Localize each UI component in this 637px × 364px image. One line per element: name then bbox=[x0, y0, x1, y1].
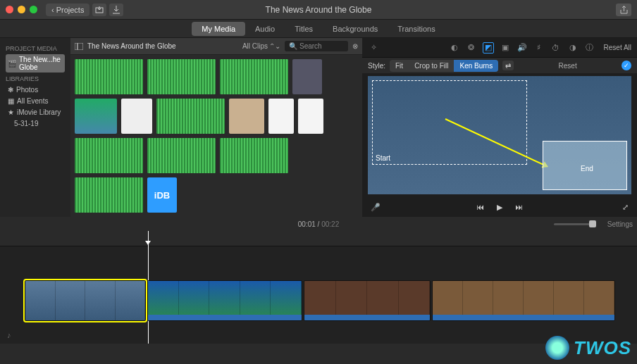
fullscreen-icon[interactable]: ⤢ bbox=[622, 203, 629, 212]
timeline-clip[interactable] bbox=[147, 280, 302, 321]
sidebar-library-label: iMovie Library bbox=[17, 108, 61, 116]
clip-thumbnail[interactable] bbox=[298, 99, 323, 134]
timeline-clip[interactable] bbox=[432, 280, 615, 321]
color-correction-icon[interactable]: ❂ bbox=[466, 42, 477, 54]
reset-all-button[interactable]: Reset All bbox=[604, 44, 631, 51]
share-button[interactable] bbox=[616, 4, 631, 16]
tab-my-media[interactable]: My Media bbox=[192, 22, 245, 36]
download-button[interactable] bbox=[109, 4, 123, 16]
video-track bbox=[25, 280, 637, 322]
clip-thumbnail[interactable] bbox=[121, 99, 152, 134]
search-field[interactable]: 🔍 Search bbox=[285, 41, 348, 51]
sidebar-project-media-heading: PROJECT MEDIA bbox=[6, 45, 65, 52]
voiceover-mic-icon[interactable]: 🎤 bbox=[371, 203, 381, 212]
fullscreen-window-icon[interactable] bbox=[30, 6, 37, 13]
timeline-clip[interactable] bbox=[25, 280, 146, 321]
style-fit[interactable]: Fit bbox=[390, 60, 409, 72]
ken-burns-end-rect[interactable] bbox=[543, 141, 627, 190]
library-list-toggle-icon[interactable] bbox=[75, 43, 83, 50]
clip-thumbnail[interactable] bbox=[75, 138, 143, 173]
style-crop-to-fill[interactable]: Crop to Fill bbox=[409, 60, 454, 72]
apply-check-icon[interactable]: ✓ bbox=[621, 61, 631, 70]
filmstrip-settings-icon[interactable]: ⊗ bbox=[352, 42, 358, 50]
clip-thumbnail[interactable] bbox=[292, 59, 322, 94]
info-icon[interactable]: ⓘ bbox=[584, 42, 595, 54]
timeline-ruler[interactable] bbox=[0, 231, 637, 246]
tab-backgrounds[interactable]: Backgrounds bbox=[323, 22, 388, 36]
prev-button-icon[interactable]: ⏮ bbox=[476, 203, 484, 211]
time-display-bar: 00:01 / 00:22 Settings bbox=[0, 217, 637, 231]
viewer-toolbar: ✧ ◐ ❂ ◩ ▣ 🔊 ♯ ⏱ ◑ ⓘ Reset All bbox=[362, 38, 637, 58]
tab-audio[interactable]: Audio bbox=[245, 22, 285, 36]
browser-event-name: The News Around the Globe bbox=[87, 42, 176, 50]
media-browser: The News Around the Globe All Clips ⌃⌄ 🔍… bbox=[70, 38, 362, 217]
sidebar: PROJECT MEDIA 🎬 The New...he Globe LIBRA… bbox=[0, 38, 70, 217]
sidebar-allevents-label: All Events bbox=[17, 97, 48, 105]
timeline-zoom-slider[interactable] bbox=[554, 223, 596, 225]
reset-crop-button[interactable]: Reset bbox=[559, 62, 577, 70]
sidebar-item-all-events[interactable]: ▦ All Events bbox=[6, 96, 65, 106]
playhead-time: 00:01 bbox=[298, 220, 316, 228]
minimize-window-icon[interactable] bbox=[18, 6, 25, 13]
sidebar-project-item[interactable]: 🎬 The New...he Globe bbox=[6, 54, 65, 73]
sidebar-item-event[interactable]: 5-31-19 bbox=[6, 118, 65, 129]
speed-icon[interactable]: ⏱ bbox=[550, 42, 562, 54]
timeline-clip[interactable] bbox=[304, 280, 431, 321]
clips-filter-dropdown[interactable]: All Clips ⌃⌄ bbox=[242, 42, 280, 50]
media-tabs: My Media Audio Titles Backgrounds Transi… bbox=[0, 20, 637, 38]
clips-filter-label: All Clips bbox=[242, 42, 268, 50]
preview-viewer[interactable] bbox=[368, 76, 631, 194]
browser-clips-grid: iDB bbox=[70, 55, 362, 217]
viewer-panel: ✧ ◐ ❂ ◩ ▣ 🔊 ♯ ⏱ ◑ ⓘ Reset All Style: Fit… bbox=[362, 38, 637, 217]
next-button-icon[interactable]: ⏭ bbox=[515, 203, 523, 211]
preview-content bbox=[368, 76, 631, 194]
style-label: Style: bbox=[368, 62, 385, 70]
clip-thumbnail[interactable] bbox=[75, 177, 143, 213]
grid-icon: ▦ bbox=[8, 97, 14, 105]
style-ken-burns[interactable]: Ken Burns bbox=[454, 60, 498, 72]
clip-thumbnail[interactable]: iDB bbox=[147, 177, 177, 213]
total-duration: 00:22 bbox=[321, 220, 339, 228]
clip-thumbnail[interactable] bbox=[75, 99, 117, 134]
filter-icon[interactable]: ◑ bbox=[567, 42, 579, 54]
clip-thumbnail[interactable] bbox=[147, 138, 216, 173]
play-button-icon[interactable]: ▶ bbox=[497, 203, 502, 212]
sidebar-photos-label: Photos bbox=[16, 86, 38, 94]
watermark-text: TWOS bbox=[574, 337, 631, 359]
timeline-settings-button[interactable]: Settings bbox=[607, 220, 633, 228]
tab-transitions[interactable]: Transitions bbox=[388, 22, 445, 36]
ken-burns-start-rect[interactable] bbox=[372, 80, 527, 165]
zoom-knob[interactable] bbox=[589, 220, 596, 227]
close-window-icon[interactable] bbox=[6, 6, 13, 13]
back-to-projects-button[interactable]: ‹ Projects bbox=[46, 4, 89, 16]
sidebar-event-label: 5-31-19 bbox=[14, 120, 38, 127]
clip-thumbnail[interactable] bbox=[147, 59, 216, 94]
stabilization-icon[interactable]: ▣ bbox=[500, 42, 511, 54]
import-media-button[interactable] bbox=[92, 4, 106, 16]
photos-icon: ❃ bbox=[8, 86, 13, 94]
window-controls bbox=[6, 6, 37, 13]
clip-thumbnail[interactable] bbox=[220, 59, 288, 94]
search-placeholder: Search bbox=[299, 42, 322, 50]
timeline[interactable]: ♪ bbox=[0, 231, 637, 344]
svg-rect-1 bbox=[75, 43, 78, 50]
crop-icon[interactable]: ◩ bbox=[483, 42, 494, 54]
playback-controls: 🎤 ⏮ ▶ ⏭ ⤢ bbox=[362, 197, 637, 217]
volume-icon[interactable]: 🔊 bbox=[517, 42, 528, 54]
clip-thumbnail[interactable] bbox=[229, 99, 264, 134]
sidebar-item-library[interactable]: ★ iMovie Library bbox=[6, 107, 65, 118]
time-separator: / bbox=[316, 220, 321, 228]
tab-titles[interactable]: Titles bbox=[285, 22, 323, 36]
titlebar: ‹ Projects The News Around the Globe bbox=[0, 0, 637, 20]
clip-thumbnail[interactable] bbox=[156, 99, 225, 134]
swap-start-end-icon[interactable]: ⇄ bbox=[502, 61, 514, 70]
browser-header: The News Around the Globe All Clips ⌃⌄ 🔍… bbox=[70, 38, 362, 55]
magic-wand-icon[interactable]: ✧ bbox=[368, 42, 379, 54]
color-balance-icon[interactable]: ◐ bbox=[449, 42, 460, 54]
sidebar-item-photos[interactable]: ❃ Photos bbox=[6, 84, 65, 95]
clip-thumbnail[interactable] bbox=[75, 59, 143, 94]
noise-eq-icon[interactable]: ♯ bbox=[533, 42, 545, 54]
clip-thumbnail[interactable] bbox=[220, 138, 288, 173]
back-label: Projects bbox=[56, 6, 85, 14]
clip-thumbnail[interactable] bbox=[268, 99, 294, 134]
